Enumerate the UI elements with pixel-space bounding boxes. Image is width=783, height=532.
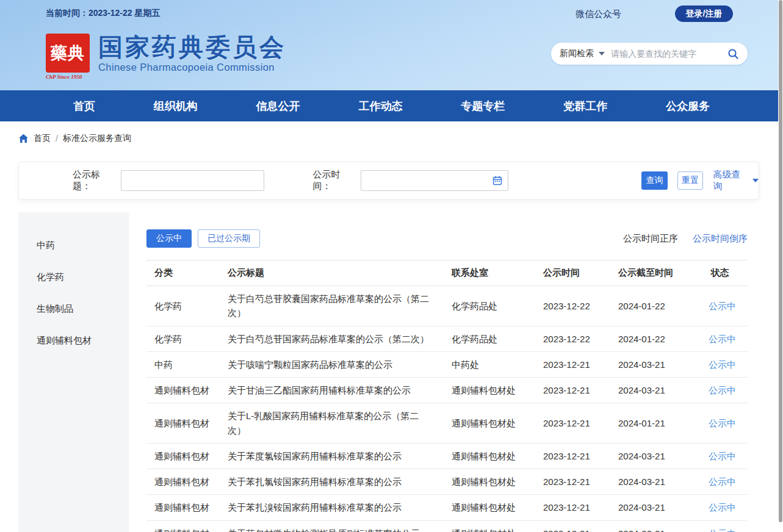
status-link[interactable]: 公示中 bbox=[709, 301, 736, 311]
site-logo: 藥典 ChP Since 1950 国家药典委员会 Chinese Pharma… bbox=[46, 34, 286, 80]
nav-item-work-news[interactable]: 工作动态 bbox=[352, 99, 408, 113]
status-link[interactable]: 公示中 bbox=[709, 334, 736, 344]
header-publish-date: 公示时间 bbox=[535, 261, 610, 286]
status-link[interactable]: 公示中 bbox=[709, 451, 736, 461]
topbar: 当前时间：2023-12-22 星期五 微信公众号 登录/注册 bbox=[0, 0, 783, 27]
cell-status: 公示中 bbox=[697, 469, 748, 495]
breadcrumb-home[interactable]: 首页 bbox=[34, 133, 51, 144]
status-link[interactable]: 公示中 bbox=[709, 359, 736, 370]
table-row: 中药 关于咳喘宁颗粒国家药品标准草案的公示 中药处 2023-12-21 202… bbox=[146, 351, 748, 377]
scrollbar-thumb[interactable] bbox=[779, 0, 782, 522]
nav-item-organization[interactable]: 组织机构 bbox=[148, 99, 204, 113]
reset-button[interactable]: 重置 bbox=[677, 171, 704, 190]
list-toolbar: 公示中 已过公示期 公示时间正序 公示时间倒序 bbox=[146, 229, 748, 248]
nav-item-public-service[interactable]: 公众服务 bbox=[660, 99, 716, 113]
status-link[interactable]: 公示中 bbox=[709, 528, 736, 532]
nav-item-party-work[interactable]: 党群工作 bbox=[557, 99, 613, 113]
search-category-select[interactable]: 新闻检索 bbox=[560, 48, 594, 59]
cell-office: 化学药品处 bbox=[444, 326, 535, 351]
chevron-down-icon bbox=[752, 179, 759, 182]
cell-announcement-title[interactable]: 关于苯度氯铵国家药用辅料标准草案的公示 bbox=[220, 443, 444, 469]
sidebar-item-chemical[interactable]: 化学药 bbox=[18, 261, 129, 293]
home-icon[interactable] bbox=[18, 134, 29, 143]
cell-publish-date: 2023-12-21 bbox=[535, 378, 610, 403]
sort-time-ascending[interactable]: 公示时间正序 bbox=[623, 233, 678, 245]
status-link[interactable]: 公示中 bbox=[709, 385, 736, 395]
cell-deadline: 2024-03-21 bbox=[610, 351, 697, 377]
nav-item-home[interactable]: 首页 bbox=[67, 99, 101, 113]
table-row: 通则辅料包材 关于药包材微生物检测指导原则标准草案的公示 通则辅料包材处 202… bbox=[146, 520, 748, 532]
cell-publish-date: 2023-12-21 bbox=[535, 403, 610, 444]
breadcrumb-current: 标准公示服务查询 bbox=[63, 133, 131, 144]
cell-announcement-title[interactable]: 关于苯扎溴铵国家药用辅料标准草案的公示 bbox=[220, 495, 444, 520]
sidebar-item-tcm[interactable]: 中药 bbox=[18, 229, 129, 261]
nav-item-info-disclosure[interactable]: 信息公开 bbox=[250, 99, 306, 113]
logo-seal-block: 藥典 ChP Since 1950 bbox=[46, 34, 90, 80]
filter-time-field bbox=[361, 170, 508, 191]
seal-caption: ChP Since 1950 bbox=[46, 74, 90, 80]
sort-time-descending[interactable]: 公示时间倒序 bbox=[693, 233, 748, 245]
announcement-table: 分类 公示标题 联系处室 公示时间 公示截至时间 状态 化学药 关于白芍总苷胶囊… bbox=[146, 260, 748, 532]
cell-office: 通则辅料包材处 bbox=[444, 378, 535, 403]
filter-title-label: 公示标题： bbox=[73, 169, 117, 192]
chevron-down-icon[interactable] bbox=[599, 52, 605, 56]
filter-panel: 公示标题： 公示时间： 查询 重置 高级查询 bbox=[18, 162, 759, 200]
cell-deadline: 2024-01-22 bbox=[610, 326, 697, 351]
table-row: 化学药 关于白芍总苷胶囊国家药品标准草案的公示（第二次） 化学药品处 2023-… bbox=[146, 286, 748, 326]
filter-title-input[interactable] bbox=[121, 170, 264, 191]
main-content: 公示中 已过公示期 公示时间正序 公示时间倒序 分类 公示标题 联系处室 公示时… bbox=[129, 212, 760, 532]
cell-announcement-title[interactable]: 关于甘油三乙酯国家药用辅料标准草案的公示 bbox=[220, 378, 444, 403]
sidebar-item-excipients[interactable]: 通则辅料包材 bbox=[18, 325, 129, 356]
cell-category: 通则辅料包材 bbox=[146, 520, 220, 532]
cell-status: 公示中 bbox=[697, 403, 748, 444]
header-category: 分类 bbox=[146, 261, 220, 286]
search-button[interactable] bbox=[724, 48, 739, 60]
tab-expired-publicity[interactable]: 已过公示期 bbox=[198, 229, 260, 248]
cell-announcement-title[interactable]: 关于咳喘宁颗粒国家药品标准草案的公示 bbox=[220, 351, 444, 377]
cell-announcement-title[interactable]: 关于苯扎氯铵国家药用辅料标准草案的公示 bbox=[220, 469, 444, 495]
site-search: 新闻检索 bbox=[551, 43, 748, 65]
status-link[interactable]: 公示中 bbox=[709, 476, 736, 487]
advanced-query-label: 高级查询 bbox=[713, 169, 748, 192]
status-link[interactable]: 公示中 bbox=[709, 502, 736, 512]
header-office: 联系处室 bbox=[444, 261, 535, 286]
cell-category: 化学药 bbox=[146, 286, 220, 326]
nav-item-special-topics[interactable]: 专题专栏 bbox=[455, 99, 511, 113]
cell-publish-date: 2023-12-21 bbox=[535, 443, 610, 469]
sort-controls: 公示时间正序 公示时间倒序 bbox=[623, 233, 748, 245]
cell-status: 公示中 bbox=[697, 495, 748, 520]
cell-category: 化学药 bbox=[146, 326, 220, 351]
cell-office: 化学药品处 bbox=[444, 286, 535, 326]
calendar-icon[interactable] bbox=[493, 176, 502, 185]
search-icon bbox=[727, 48, 739, 60]
login-register-button[interactable]: 登录/注册 bbox=[675, 5, 733, 22]
wechat-link[interactable]: 微信公众号 bbox=[576, 9, 621, 20]
status-link[interactable]: 公示中 bbox=[709, 418, 736, 428]
filter-time-label: 公示时间： bbox=[313, 169, 358, 192]
filter-time-input[interactable] bbox=[361, 170, 508, 191]
cell-announcement-title[interactable]: 关于白芍总苷胶囊国家药品标准草案的公示（第二次） bbox=[220, 286, 444, 326]
cell-category: 通则辅料包材 bbox=[146, 469, 220, 495]
search-input[interactable] bbox=[611, 49, 724, 59]
cell-category: 通则辅料包材 bbox=[146, 443, 220, 469]
site-title-en: Chinese Pharmacopoeia Commission bbox=[98, 62, 286, 73]
cell-status: 公示中 bbox=[697, 443, 748, 469]
breadcrumb-separator: / bbox=[56, 134, 58, 143]
cell-status: 公示中 bbox=[697, 326, 748, 351]
category-sidebar: 中药 化学药 生物制品 通则辅料包材 bbox=[18, 212, 129, 532]
advanced-query-link[interactable]: 高级查询 bbox=[713, 169, 759, 192]
query-button[interactable]: 查询 bbox=[641, 171, 668, 190]
tab-in-publicity[interactable]: 公示中 bbox=[146, 229, 192, 248]
cell-category: 通则辅料包材 bbox=[146, 378, 220, 403]
header-title: 公示标题 bbox=[220, 261, 444, 286]
sidebar-item-biologics[interactable]: 生物制品 bbox=[18, 293, 129, 325]
cell-announcement-title[interactable]: 关于L-乳酸国家药用辅料标准草案的公示（第二次） bbox=[220, 403, 444, 444]
page: 当前时间：2023-12-22 星期五 微信公众号 登录/注册 藥典 ChP S… bbox=[0, 0, 783, 532]
cell-status: 公示中 bbox=[697, 286, 748, 326]
table-row: 通则辅料包材 关于苯扎氯铵国家药用辅料标准草案的公示 通则辅料包材处 2023-… bbox=[146, 469, 748, 495]
cell-publish-date: 2023-12-21 bbox=[535, 495, 610, 520]
cell-announcement-title[interactable]: 关于白芍总苷国家药品标准草案的公示（第二次） bbox=[220, 326, 444, 351]
table-row: 通则辅料包材 关于苯扎溴铵国家药用辅料标准草案的公示 通则辅料包材处 2023-… bbox=[146, 495, 748, 520]
cell-announcement-title[interactable]: 关于药包材微生物检测指导原则标准草案的公示 bbox=[220, 520, 444, 532]
table-row: 化学药 关于白芍总苷国家药品标准草案的公示（第二次） 化学药品处 2023-12… bbox=[146, 326, 748, 351]
